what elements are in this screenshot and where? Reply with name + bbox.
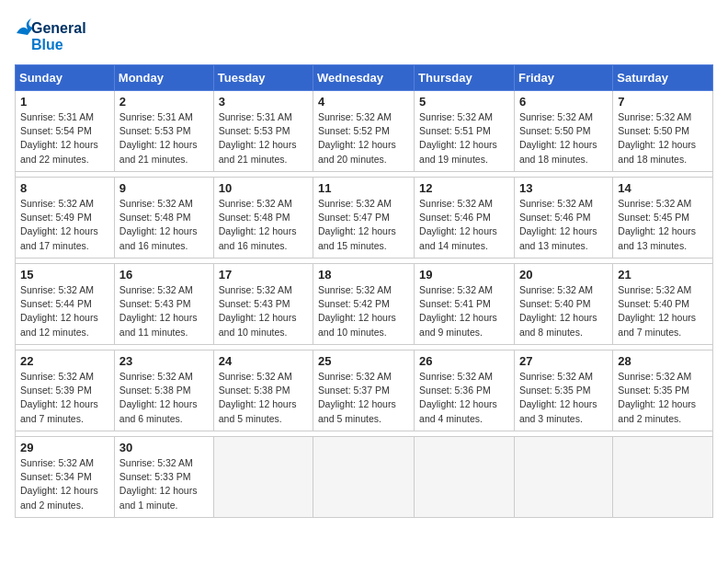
calendar-cell: 15Sunrise: 5:32 AMSunset: 5:44 PMDayligh… xyxy=(16,264,115,345)
day-info: Sunrise: 5:32 AMSunset: 5:46 PMDaylight:… xyxy=(419,197,509,253)
day-number: 14 xyxy=(618,181,708,195)
day-number: 2 xyxy=(119,95,209,109)
day-info: Sunrise: 5:32 AMSunset: 5:37 PMDaylight:… xyxy=(318,370,409,426)
day-number: 24 xyxy=(219,354,308,368)
day-number: 26 xyxy=(419,354,509,368)
day-info: Sunrise: 5:32 AMSunset: 5:52 PMDaylight:… xyxy=(318,110,409,167)
day-info: Sunrise: 5:32 AMSunset: 5:35 PMDaylight:… xyxy=(519,370,608,426)
day-number: 3 xyxy=(219,95,308,109)
day-header-saturday: Saturday xyxy=(613,65,713,91)
day-header-wednesday: Wednesday xyxy=(313,65,415,91)
day-number: 30 xyxy=(119,441,209,454)
day-info: Sunrise: 5:32 AMSunset: 5:50 PMDaylight:… xyxy=(618,110,708,167)
day-number: 28 xyxy=(618,354,708,368)
calendar-cell: 26Sunrise: 5:32 AMSunset: 5:36 PMDayligh… xyxy=(415,350,515,431)
logo: GeneralBlue xyxy=(15,15,97,55)
week-row-1: 1Sunrise: 5:31 AMSunset: 5:54 PMDaylight… xyxy=(16,91,713,172)
day-info: Sunrise: 5:32 AMSunset: 5:35 PMDaylight:… xyxy=(618,370,708,426)
calendar-cell: 4Sunrise: 5:32 AMSunset: 5:52 PMDaylight… xyxy=(313,91,415,172)
week-row-4: 22Sunrise: 5:32 AMSunset: 5:39 PMDayligh… xyxy=(16,350,713,431)
calendar-cell: 2Sunrise: 5:31 AMSunset: 5:53 PMDaylight… xyxy=(114,91,213,172)
day-number: 4 xyxy=(318,95,409,109)
calendar-cell: 23Sunrise: 5:32 AMSunset: 5:38 PMDayligh… xyxy=(114,350,213,431)
day-info: Sunrise: 5:32 AMSunset: 5:40 PMDaylight:… xyxy=(519,283,608,339)
svg-text:General: General xyxy=(31,20,86,36)
calendar-cell: 17Sunrise: 5:32 AMSunset: 5:43 PMDayligh… xyxy=(213,264,313,345)
day-info: Sunrise: 5:32 AMSunset: 5:41 PMDaylight:… xyxy=(419,283,509,339)
calendar-cell: 28Sunrise: 5:32 AMSunset: 5:35 PMDayligh… xyxy=(613,350,713,431)
day-number: 21 xyxy=(618,268,708,282)
day-number: 20 xyxy=(519,268,608,282)
calendar-cell: 16Sunrise: 5:32 AMSunset: 5:43 PMDayligh… xyxy=(114,264,213,345)
calendar-cell: 22Sunrise: 5:32 AMSunset: 5:39 PMDayligh… xyxy=(16,350,115,431)
day-number: 6 xyxy=(519,95,608,109)
day-header-thursday: Thursday xyxy=(415,65,515,91)
day-header-tuesday: Tuesday xyxy=(213,65,313,91)
day-info: Sunrise: 5:32 AMSunset: 5:49 PMDaylight:… xyxy=(20,197,109,253)
day-info: Sunrise: 5:32 AMSunset: 5:39 PMDaylight:… xyxy=(20,370,109,426)
day-info: Sunrise: 5:31 AMSunset: 5:53 PMDaylight:… xyxy=(119,110,209,167)
day-info: Sunrise: 5:32 AMSunset: 5:40 PMDaylight:… xyxy=(618,283,708,339)
day-info: Sunrise: 5:32 AMSunset: 5:48 PMDaylight:… xyxy=(119,197,209,253)
day-info: Sunrise: 5:32 AMSunset: 5:38 PMDaylight:… xyxy=(119,370,209,426)
day-number: 29 xyxy=(20,441,109,454)
day-header-friday: Friday xyxy=(514,65,612,91)
day-number: 11 xyxy=(318,181,409,195)
calendar-cell xyxy=(415,437,515,518)
calendar-cell xyxy=(613,437,713,518)
day-number: 10 xyxy=(219,181,308,195)
day-number: 5 xyxy=(419,95,509,109)
day-info: Sunrise: 5:31 AMSunset: 5:53 PMDaylight:… xyxy=(219,110,308,167)
day-info: Sunrise: 5:32 AMSunset: 5:42 PMDaylight:… xyxy=(318,283,409,339)
calendar-cell: 9Sunrise: 5:32 AMSunset: 5:48 PMDaylight… xyxy=(114,178,213,259)
day-info: Sunrise: 5:32 AMSunset: 5:51 PMDaylight:… xyxy=(419,110,509,167)
calendar-cell: 14Sunrise: 5:32 AMSunset: 5:45 PMDayligh… xyxy=(613,178,713,259)
calendar-cell: 11Sunrise: 5:32 AMSunset: 5:47 PMDayligh… xyxy=(313,178,415,259)
day-info: Sunrise: 5:31 AMSunset: 5:54 PMDaylight:… xyxy=(20,110,109,167)
calendar-cell: 18Sunrise: 5:32 AMSunset: 5:42 PMDayligh… xyxy=(313,264,415,345)
day-number: 17 xyxy=(219,268,308,282)
day-header-monday: Monday xyxy=(114,65,213,91)
calendar-cell: 1Sunrise: 5:31 AMSunset: 5:54 PMDaylight… xyxy=(16,91,115,172)
day-info: Sunrise: 5:32 AMSunset: 5:45 PMDaylight:… xyxy=(618,197,708,253)
week-row-3: 15Sunrise: 5:32 AMSunset: 5:44 PMDayligh… xyxy=(16,264,713,345)
calendar-cell: 13Sunrise: 5:32 AMSunset: 5:46 PMDayligh… xyxy=(514,178,612,259)
day-number: 8 xyxy=(20,181,109,195)
calendar-cell: 6Sunrise: 5:32 AMSunset: 5:50 PMDaylight… xyxy=(514,91,612,172)
day-info: Sunrise: 5:32 AMSunset: 5:44 PMDaylight:… xyxy=(20,283,109,339)
calendar-cell xyxy=(514,437,612,518)
day-number: 9 xyxy=(119,181,209,195)
day-info: Sunrise: 5:32 AMSunset: 5:50 PMDaylight:… xyxy=(519,110,608,167)
day-number: 19 xyxy=(419,268,509,282)
day-info: Sunrise: 5:32 AMSunset: 5:48 PMDaylight:… xyxy=(219,197,308,253)
day-info: Sunrise: 5:32 AMSunset: 5:43 PMDaylight:… xyxy=(219,283,308,339)
day-number: 27 xyxy=(519,354,608,368)
calendar-cell: 27Sunrise: 5:32 AMSunset: 5:35 PMDayligh… xyxy=(514,350,612,431)
day-info: Sunrise: 5:32 AMSunset: 5:46 PMDaylight:… xyxy=(519,197,608,253)
day-number: 25 xyxy=(318,354,409,368)
day-info: Sunrise: 5:32 AMSunset: 5:47 PMDaylight:… xyxy=(318,197,409,253)
calendar-cell: 12Sunrise: 5:32 AMSunset: 5:46 PMDayligh… xyxy=(415,178,515,259)
page-header: GeneralBlue xyxy=(15,15,713,55)
day-header-sunday: Sunday xyxy=(16,65,115,91)
calendar-cell: 20Sunrise: 5:32 AMSunset: 5:40 PMDayligh… xyxy=(514,264,612,345)
calendar-cell: 25Sunrise: 5:32 AMSunset: 5:37 PMDayligh… xyxy=(313,350,415,431)
calendar-cell: 29Sunrise: 5:32 AMSunset: 5:34 PMDayligh… xyxy=(16,437,115,518)
calendar-cell: 19Sunrise: 5:32 AMSunset: 5:41 PMDayligh… xyxy=(415,264,515,345)
day-number: 22 xyxy=(20,354,109,368)
calendar-cell: 5Sunrise: 5:32 AMSunset: 5:51 PMDaylight… xyxy=(415,91,515,172)
calendar-cell: 3Sunrise: 5:31 AMSunset: 5:53 PMDaylight… xyxy=(213,91,313,172)
calendar-cell: 30Sunrise: 5:32 AMSunset: 5:33 PMDayligh… xyxy=(114,437,213,518)
day-number: 13 xyxy=(519,181,608,195)
calendar-cell: 21Sunrise: 5:32 AMSunset: 5:40 PMDayligh… xyxy=(613,264,713,345)
calendar-cell: 24Sunrise: 5:32 AMSunset: 5:38 PMDayligh… xyxy=(213,350,313,431)
calendar-cell: 8Sunrise: 5:32 AMSunset: 5:49 PMDaylight… xyxy=(16,178,115,259)
day-number: 18 xyxy=(318,268,409,282)
week-row-2: 8Sunrise: 5:32 AMSunset: 5:49 PMDaylight… xyxy=(16,178,713,259)
day-number: 7 xyxy=(618,95,708,109)
day-info: Sunrise: 5:32 AMSunset: 5:36 PMDaylight:… xyxy=(419,370,509,426)
day-info: Sunrise: 5:32 AMSunset: 5:33 PMDaylight:… xyxy=(119,456,209,512)
day-info: Sunrise: 5:32 AMSunset: 5:34 PMDaylight:… xyxy=(20,456,109,512)
calendar-cell: 7Sunrise: 5:32 AMSunset: 5:50 PMDaylight… xyxy=(613,91,713,172)
day-number: 1 xyxy=(20,95,109,109)
